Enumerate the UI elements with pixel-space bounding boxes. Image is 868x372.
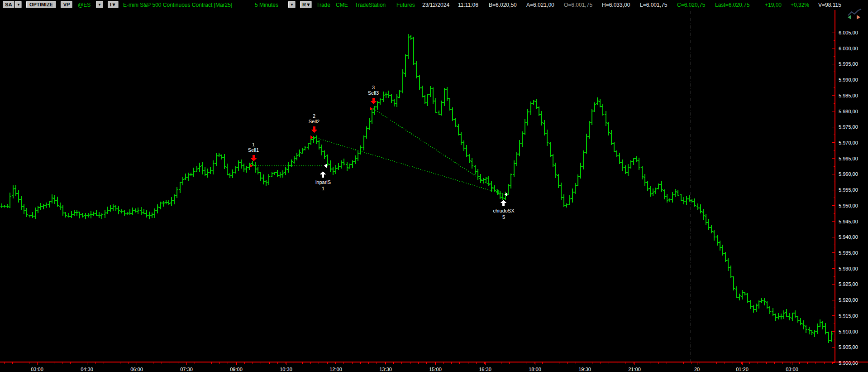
- price-label: 5.980,00: [839, 109, 858, 114]
- entry-qty-sell2: 2: [313, 113, 315, 119]
- r-dropdown-button[interactable]: R▼: [300, 1, 312, 8]
- exit-arrow-chiudosx[interactable]: [501, 200, 506, 206]
- interval-dropdown-button[interactable]: ▼: [288, 1, 296, 8]
- time-label: 10:30: [280, 367, 292, 372]
- time-label: 21:00: [628, 367, 641, 372]
- price-label: 5.955,00: [839, 187, 858, 193]
- price-label: 5.975,00: [839, 124, 858, 130]
- quote-change-pct: +0,32%: [791, 1, 809, 9]
- quote-date: 23/12/2024: [422, 1, 449, 9]
- price-label: 5.900,00: [839, 360, 858, 366]
- entry-label-sell1: Sell1: [248, 147, 259, 153]
- exit-arrow-inparis[interactable]: [320, 171, 326, 178]
- price-label: 6.000,00: [839, 46, 858, 51]
- price-label: 5.920,00: [839, 297, 858, 303]
- price-label: 5.985,00: [839, 93, 858, 98]
- platform-label: TradeStation: [355, 1, 386, 9]
- price-chart-canvas[interactable]: Sell11inpariS1Sell22Sell33chiudoSX56.005…: [0, 10, 868, 372]
- entry-label-sell2: Sell2: [309, 119, 320, 124]
- exchange-label: CME: [336, 1, 348, 9]
- quote-bid: B=6.020,50: [489, 1, 517, 9]
- sa-button[interactable]: SA: [3, 1, 14, 8]
- quote-change: +19,00: [765, 1, 782, 9]
- time-label: 12:00: [329, 367, 342, 372]
- entry-arrow-sell3[interactable]: [371, 98, 377, 104]
- exit-label-inparis: inpariS: [315, 179, 331, 185]
- exit-qty-inparis: 1: [322, 186, 324, 191]
- time-label: 03:00: [786, 367, 798, 372]
- symbol-label: @ES: [78, 1, 91, 9]
- entry-arrow-sell1[interactable]: [251, 155, 257, 161]
- time-label: 03:00: [31, 367, 43, 372]
- trade-line-sell3: [373, 109, 504, 194]
- quote-ask: A=6.021,00: [526, 1, 554, 9]
- price-label: 6.005,00: [839, 30, 858, 35]
- price-label: 5.905,00: [839, 344, 858, 350]
- interval-i-dropdown-button[interactable]: I▼: [108, 1, 119, 8]
- chart-pane[interactable]: Sell11inpariS1Sell22Sell33chiudoSX56.005…: [0, 10, 868, 372]
- price-label: 5.915,00: [839, 313, 858, 319]
- time-label: 20: [694, 367, 700, 372]
- quote-volume: V=98.115: [818, 1, 841, 9]
- price-label: 5.935,00: [839, 250, 858, 256]
- category-label: Futures: [396, 1, 415, 9]
- sa-dropdown-button[interactable]: ▼: [15, 1, 22, 8]
- quote-time: 11:11:06: [458, 1, 478, 9]
- quote-low: L=6.001,75: [640, 1, 667, 9]
- time-label: 07:30: [180, 367, 193, 372]
- time-label: 13:30: [379, 367, 392, 372]
- time-label: 18:00: [529, 367, 541, 372]
- quote-close: C=6.020,75: [677, 1, 705, 9]
- vp-button[interactable]: VP: [61, 1, 72, 8]
- price-label: 5.965,00: [839, 156, 858, 161]
- price-label: 5.960,00: [839, 171, 858, 177]
- ohlc-bars: [0, 34, 833, 343]
- time-label: 04:30: [81, 367, 93, 372]
- entry-qty-sell3: 3: [372, 85, 375, 90]
- entry-qty-sell1: 1: [252, 142, 255, 147]
- time-label: 09:00: [230, 367, 243, 372]
- exit-qty-chiudosx: 5: [502, 214, 505, 220]
- price-label: 5.950,00: [839, 203, 858, 208]
- price-label: 5.910,00: [839, 329, 858, 334]
- entry-label-sell3: Sell3: [368, 90, 379, 96]
- interval-label: 5 Minutes: [255, 1, 278, 9]
- entry-marker-sell2[interactable]: [310, 135, 314, 139]
- optimize-button[interactable]: OPTIMIZE: [26, 1, 56, 8]
- time-label: 19:30: [578, 367, 591, 372]
- entry-arrow-sell2[interactable]: [311, 126, 317, 133]
- price-label: 5.970,00: [839, 140, 858, 145]
- exit-marker-inparis[interactable]: [324, 164, 327, 168]
- time-label: 15:00: [429, 367, 442, 372]
- price-label: 5.940,00: [839, 234, 858, 240]
- time-label: 06:00: [130, 367, 143, 372]
- quote-high: H=6.033,00: [602, 1, 630, 9]
- price-label: 5.930,00: [839, 266, 858, 271]
- tradestation-chart-window: SA ▼ OPTIMIZE VP @ES ▼ I▼ E-mini S&P 500…: [0, 0, 868, 372]
- symbol-dropdown-button[interactable]: ▼: [96, 1, 103, 8]
- price-label: 5.990,00: [839, 77, 858, 82]
- trade-link[interactable]: Trade: [316, 1, 330, 9]
- quote-last: Last=6.020,75: [715, 1, 749, 9]
- time-label: 01:20: [736, 367, 749, 372]
- quote-open: O=6.001,75: [564, 1, 592, 9]
- price-label: 5.945,00: [839, 219, 858, 224]
- price-label: 5.995,00: [839, 61, 858, 67]
- time-label: 16:30: [479, 367, 491, 372]
- price-label: 5.925,00: [839, 281, 858, 287]
- exit-label-chiudosx: chiudoSX: [493, 208, 515, 213]
- contract-description: E-mini S&P 500 Continuous Contract [Mar2…: [123, 1, 232, 9]
- chart-header-bar: SA ▼ OPTIMIZE VP @ES ▼ I▼ E-mini S&P 500…: [0, 0, 868, 10]
